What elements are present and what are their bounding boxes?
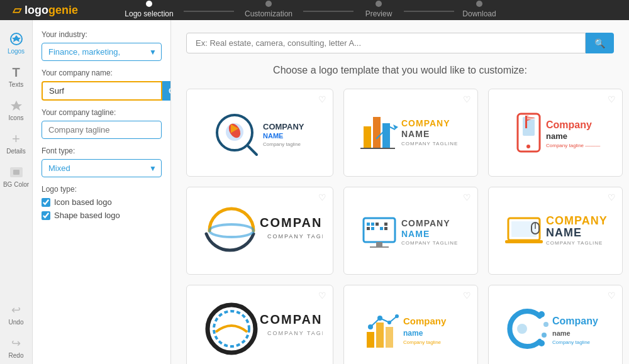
font-type-label: Font type: [42, 146, 162, 155]
logo-card-4[interactable]: ♡ COMPANY NA COMPANY TAGLINE [186, 187, 333, 275]
svg-rect-42 [380, 227, 383, 230]
checkbox-icon-label: Icon based logo [54, 197, 112, 207]
svg-rect-49 [505, 240, 543, 243]
checkbox-shape-wrap: Shape based logo [42, 211, 162, 220]
logos-label: Logos [8, 48, 25, 55]
nav-details[interactable]: + Details [0, 126, 33, 160]
svg-text:name: name [546, 131, 567, 141]
redo-icon: ↪ [9, 336, 24, 351]
svg-rect-38 [371, 223, 374, 226]
company-name-field-wrap: OK [42, 81, 162, 101]
svg-rect-14 [373, 117, 381, 148]
logo-type-label: Logo type: [42, 185, 162, 194]
svg-text:Company tagline ———: Company tagline ——— [546, 143, 600, 148]
details-icon: + [9, 131, 24, 146]
svg-rect-40 [371, 227, 374, 230]
svg-rect-39 [367, 227, 370, 230]
svg-text:NAME: NAME [263, 132, 283, 140]
nav-icons[interactable]: Icons [0, 93, 33, 126]
svg-point-74 [517, 324, 527, 334]
logo-card-5[interactable]: ♡ [343, 187, 478, 275]
font-type-select[interactable]: Mixed Serif Sans-serif Script [42, 159, 162, 177]
step-logo-selection[interactable]: Logo selection [114, 1, 184, 18]
logo-card-3[interactable]: ♡ Company nam [488, 89, 623, 177]
tagline-input[interactable] [42, 121, 162, 139]
step-customization[interactable]: Customization [234, 1, 303, 18]
svg-text:COMPANY TAGLINE: COMPANY TAGLINE [401, 141, 458, 146]
favorite-icon-1[interactable]: ♡ [318, 94, 326, 104]
icons-label: Icons [9, 114, 24, 121]
svg-rect-41 [376, 223, 379, 226]
logo-preview-3: Company name Company tagline ——— [499, 99, 612, 166]
svg-rect-61 [376, 323, 384, 348]
step-download[interactable]: Download [454, 1, 504, 18]
svg-text:COMPANY: COMPANY [401, 118, 450, 128]
industry-label: Your industry: [42, 30, 162, 39]
checkbox-icon-wrap: Icon based logo [42, 197, 162, 207]
checkbox-shape-based[interactable] [42, 211, 50, 220]
favorite-icon-4[interactable]: ♡ [318, 192, 326, 202]
step-preview[interactable]: Preview [353, 1, 404, 18]
logo-card-7[interactable]: ♡ COMPANY NA COMPANY TAGLINE [186, 285, 333, 364]
svg-text:NAME: NAME [401, 229, 430, 239]
company-name-input[interactable] [42, 81, 162, 101]
svg-rect-13 [364, 126, 371, 148]
search-button[interactable]: 🔍 [586, 33, 614, 53]
favorite-icon-2[interactable]: ♡ [463, 94, 471, 104]
search-input[interactable] [186, 33, 586, 53]
logo-grid: ♡ COMPANY NAME Company tagline [186, 89, 614, 364]
logo-preview-8: Company name Company tagline [354, 295, 467, 362]
favorite-icon-7[interactable]: ♡ [318, 290, 326, 301]
app-logo: ▱ logogenie [13, 3, 78, 17]
logo-card-1[interactable]: ♡ COMPANY NAME Company tagline [186, 89, 333, 177]
nav-redo[interactable]: ↪ Redo [0, 331, 33, 364]
svg-text:COMPANY TAGLINE: COMPANY TAGLINE [267, 330, 323, 336]
favorite-icon-9[interactable]: ♡ [608, 290, 616, 301]
svg-text:Company tagline: Company tagline [263, 141, 301, 147]
logo-preview-5: COMPANY NAME COMPANY TAGLINE [354, 197, 467, 264]
favorite-icon-8[interactable]: ♡ [463, 290, 471, 301]
ok-button[interactable]: OK [162, 81, 171, 101]
svg-text:NAME: NAME [546, 226, 582, 239]
redo-label: Redo [9, 352, 24, 359]
logo-card-8[interactable]: ♡ Company [343, 285, 478, 364]
svg-text:Company: Company [403, 316, 447, 326]
svg-text:COMPANY TAGLINE: COMPANY TAGLINE [267, 233, 323, 240]
favorite-icon-5[interactable]: ♡ [463, 192, 471, 202]
nav-undo[interactable]: ↩ Undo [0, 297, 33, 331]
undo-label: Undo [9, 319, 24, 326]
svg-rect-35 [376, 242, 382, 247]
checkbox-icon-based[interactable] [42, 198, 50, 207]
texts-label: Texts [9, 81, 23, 88]
nav-texts[interactable]: T Texts [0, 60, 33, 93]
logo-card-2[interactable]: ♡ COMPANY NAME COMPANY TAGL [343, 89, 478, 177]
texts-icon: T [9, 65, 24, 80]
logo-preview-9: Company name Company tagline [499, 295, 612, 362]
font-type-select-wrap: Mixed Serif Sans-serif Script ▼ [42, 159, 162, 177]
svg-rect-62 [386, 327, 393, 348]
favorite-icon-3[interactable]: ♡ [608, 94, 616, 104]
svg-rect-60 [367, 332, 374, 348]
svg-text:COMPANY TAGLINE: COMPANY TAGLINE [401, 240, 458, 246]
details-label: Details [6, 148, 26, 155]
nav-bgcolor[interactable]: BG Color [0, 160, 33, 193]
favorite-icon-6[interactable]: ♡ [608, 192, 616, 202]
svg-rect-43 [384, 223, 387, 226]
svg-rect-37 [367, 223, 370, 226]
company-name-label: Your company name: [42, 69, 162, 77]
industry-select[interactable]: Finance, marketing, Technology Healthcar… [42, 43, 162, 61]
undo-icon: ↩ [9, 302, 24, 317]
logo-card-6[interactable]: ♡ COMPANY NAME COMPANY TAGL [488, 187, 623, 275]
svg-text:Company: Company [546, 119, 592, 130]
logo-preview-2: COMPANY NAME COMPANY TAGLINE [354, 99, 467, 166]
svg-text:Company: Company [552, 316, 598, 326]
svg-point-23 [526, 145, 530, 148]
nav-logos[interactable]: Logos [0, 26, 33, 60]
logo-card-9[interactable]: ♡ Company name [488, 285, 623, 364]
svg-text:COMPANY NA: COMPANY NA [260, 216, 323, 229]
logo-preview-1: COMPANY NAME Company tagline [197, 99, 323, 166]
svg-line-6 [248, 146, 257, 155]
icons-icon [9, 98, 24, 113]
svg-rect-24 [525, 116, 527, 128]
svg-point-73 [538, 340, 545, 346]
